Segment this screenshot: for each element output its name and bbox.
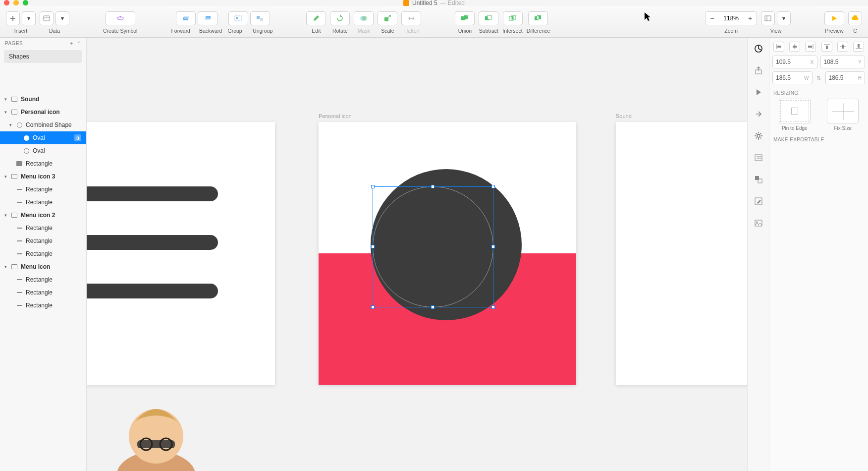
align-bottom-button[interactable] [853,42,864,52]
collapse-pages-button[interactable]: ⌃ [77,41,82,46]
view-button[interactable] [761,11,775,25]
x-input[interactable]: 109.5X [772,56,817,68]
disclosure-icon[interactable]: ▾ [3,174,8,179]
artboard-personal-icon[interactable] [319,122,576,385]
layer-row-rectangle[interactable]: Rectangle [0,222,86,235]
disclosure-icon[interactable]: ▾ [8,122,13,127]
inspector-tab-style[interactable] [751,41,766,57]
scale-button[interactable] [378,11,397,25]
layer-row-combined-shape[interactable]: ▾Combined Shape [0,118,86,131]
resize-handle[interactable] [431,305,434,309]
union-button[interactable] [455,11,475,25]
artboard-menu[interactable] [87,122,275,385]
artboard-label[interactable]: Sound [616,113,632,119]
layer-row-menu-icon-3[interactable]: ▾Menu icon 3 [0,170,86,183]
intersect-button[interactable] [503,11,523,25]
resize-handle[interactable] [431,185,434,188]
disclosure-icon[interactable]: ▾ [3,213,8,218]
edit-button[interactable] [306,11,326,25]
page-item[interactable]: Shapes [4,50,82,63]
play-icon[interactable] [751,84,766,100]
backward-button[interactable] [198,11,217,25]
insert-button[interactable] [6,11,20,25]
gear-icon[interactable] [751,128,766,144]
svg-rect-27 [137,440,175,448]
resize-handle[interactable] [371,305,375,309]
subtract-button[interactable] [479,11,498,25]
layer-row-rectangle[interactable]: Rectangle [0,235,86,247]
layer-row-rectangle[interactable]: Rectangle [0,286,86,299]
difference-button[interactable] [528,11,548,25]
layer-row-rectangle[interactable]: Rectangle [0,183,86,196]
text-styles-icon[interactable] [751,150,766,166]
menu-bar-shape[interactable] [87,284,218,298]
disclosure-icon[interactable]: ▾ [3,110,8,115]
window-zoom-icon[interactable] [23,0,28,5]
preview-button[interactable] [824,11,844,25]
layer-row-rectangle[interactable]: Rectangle [0,299,86,312]
create-symbol-button[interactable] [106,11,135,25]
edit-shape-icon[interactable] [751,193,766,209]
resize-handle[interactable] [491,305,495,309]
inspector: 109.5X 108.5Y 186.5W ⇅ 186.5H RESIZING P… [769,38,868,471]
resize-handle[interactable] [371,245,375,248]
cloud-button[interactable] [848,11,862,25]
menu-bar-shape[interactable] [87,186,218,201]
layer-row-menu-icon[interactable]: ▾Menu icon [0,260,86,273]
window-minimize-icon[interactable] [13,0,19,5]
pin-to-edge-control[interactable] [779,99,811,123]
disclosure-icon[interactable]: ▾ [3,97,8,102]
rotate-button[interactable] [330,11,350,25]
window-close-icon[interactable] [4,0,9,5]
mask-button[interactable] [354,11,374,25]
flatten-button[interactable] [401,11,421,25]
data-button[interactable] [40,11,54,25]
zoom-out-button[interactable]: − [705,12,718,25]
group-button[interactable] [228,11,248,25]
image-icon[interactable] [751,215,766,231]
insert-dropdown[interactable]: ▾ [22,11,36,25]
ungroup-button[interactable] [250,11,270,25]
view-dropdown[interactable]: ▾ [777,11,791,25]
layer-row-sound[interactable]: ▾Sound [0,93,86,106]
fix-size-control[interactable] [827,99,859,123]
zoom-control[interactable]: − 118% + [705,11,757,25]
export-icon[interactable] [751,62,766,78]
align-left-button[interactable] [773,42,784,52]
w-input[interactable]: 186.5W [772,71,813,84]
layer-row-rectangle[interactable]: Rectangle [0,196,86,209]
lock-aspect-icon[interactable]: ⇅ [815,75,822,81]
canvas[interactable]: Personal icon Sound [87,38,759,471]
data-label: Data [49,28,60,34]
align-vcenter-button[interactable] [837,42,848,52]
align-hcenter-button[interactable] [789,42,800,52]
menu-bar-shape[interactable] [87,235,218,250]
forward-button[interactable] [176,11,196,25]
add-page-button[interactable]: + [70,41,73,46]
left-panel: PAGES + ⌃ Shapes ▾Sound▾Personal icon▾Co… [0,38,87,471]
artboard-label[interactable]: Personal icon [319,113,352,119]
prototype-icon[interactable] [751,106,766,122]
resize-handle[interactable] [491,245,495,248]
resize-handle[interactable] [371,185,375,188]
layer-row-personal-icon[interactable]: ▾Personal icon [0,106,86,118]
layer-row-rectangle[interactable]: Rectangle [0,157,86,170]
y-input[interactable]: 108.5Y [820,56,866,68]
artboard-sound[interactable] [616,122,759,385]
disclosure-icon[interactable]: ▾ [3,264,8,269]
layer-styles-icon[interactable] [751,172,766,187]
layer-name: Rectangle [26,302,53,309]
layer-row-rectangle[interactable]: Rectangle [0,273,86,286]
h-input[interactable]: 186.5H [825,71,866,84]
export-header[interactable]: MAKE EXPORTABLE [773,137,864,142]
layer-row-rectangle[interactable]: Rectangle [0,247,86,260]
align-right-button[interactable] [805,42,816,52]
zoom-in-button[interactable]: + [744,12,757,25]
layer-row-menu-icon-2[interactable]: ▾Menu icon 2 [0,209,86,222]
resize-handle[interactable] [491,185,495,188]
line-icon [16,237,23,244]
data-dropdown[interactable]: ▾ [55,11,69,25]
align-top-button[interactable] [821,42,832,52]
layer-row-oval[interactable]: Oval◑ [0,131,86,144]
layer-row-oval[interactable]: Oval [0,144,86,157]
